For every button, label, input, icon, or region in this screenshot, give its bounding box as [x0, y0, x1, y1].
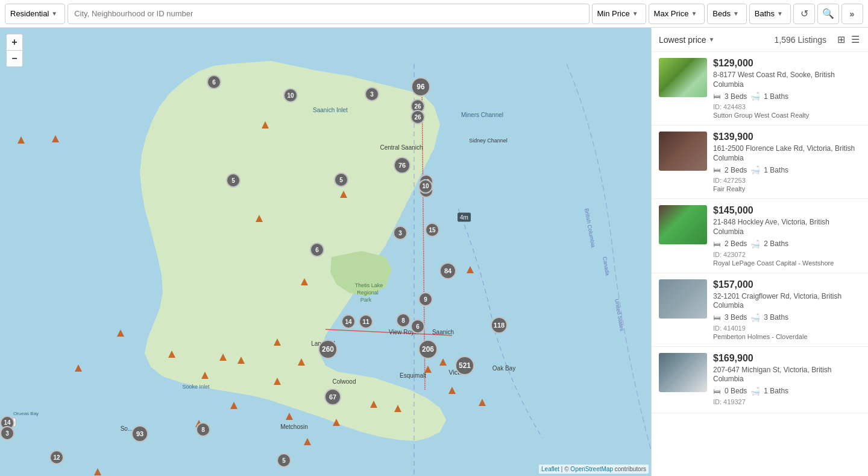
listings-list[interactable]: $129,000 8-8177 West Coast Rd, Sooke, Br…: [652, 52, 868, 476]
sort-dropdown[interactable]: Lowest price ▼: [659, 35, 715, 45]
svg-text:Sidney Channel: Sidney Channel: [469, 138, 508, 144]
listing-agent: Pemberton Holmes - Cloverdale: [713, 333, 861, 340]
cluster-marker-c24[interactable]: 12: [49, 450, 64, 465]
bed-icon: 🛏: [713, 240, 721, 249]
toolbar: Residential ▼ Min Price ▼ Max Price ▼ Be…: [0, 0, 868, 28]
cluster-marker-c22[interactable]: 93: [131, 425, 148, 442]
cluster-marker-c7[interactable]: 76: [394, 157, 410, 174]
listing-id: ID: 424483: [713, 103, 861, 110]
beds-label: Beds: [712, 9, 731, 18]
property-type-dropdown[interactable]: Residential ▼: [5, 4, 65, 24]
cluster-marker-c15[interactable]: 84: [439, 262, 456, 279]
cluster-marker-c12[interactable]: 3: [393, 226, 407, 240]
osm-link[interactable]: OpenStreetMap: [570, 466, 613, 472]
listing-baths: 1 Baths: [764, 166, 788, 174]
listing-card-l4[interactable]: $157,000 32-1201 Craigflower Rd, Victori…: [652, 273, 868, 347]
bath-icon: 🛁: [750, 92, 760, 101]
list-view-button[interactable]: ☰: [850, 33, 861, 46]
cluster-marker-c6[interactable]: 26: [410, 110, 425, 124]
listing-baths: 2 Baths: [764, 240, 788, 248]
listing-address: 8-8177 West Coast Rd, Sooke, British Col…: [713, 71, 861, 89]
listing-agent: Sutton Group West Coast Realty: [713, 112, 861, 119]
svg-text:Miners Channel: Miners Channel: [461, 112, 503, 118]
map-area[interactable]: British Columbia Canada United States Sa…: [0, 28, 651, 476]
max-price-label: Max Price: [654, 9, 689, 18]
listing-card-l3[interactable]: $145,000 21-848 Hockley Ave, Victoria, B…: [652, 199, 868, 273]
listing-address: 32-1201 Craigflower Rd, Victoria, Britis…: [713, 292, 861, 311]
baths-dropdown[interactable]: Baths ▼: [749, 4, 791, 24]
search-button[interactable]: 🔍: [817, 4, 839, 24]
panel-view-buttons: ⊞ ☰: [836, 33, 861, 46]
cluster-marker-c4[interactable]: 96: [411, 77, 430, 97]
listing-address: 161-2500 Florence Lake Rd, Victoria, Bri…: [713, 144, 861, 163]
cluster-marker-c8[interactable]: 5: [226, 173, 241, 188]
refresh-icon: ↺: [800, 8, 808, 19]
cluster-marker-c1[interactable]: 6: [207, 75, 221, 89]
bed-icon: 🛏: [713, 92, 721, 101]
listing-id: ID: 423072: [713, 251, 861, 258]
zoom-out-button[interactable]: −: [7, 51, 22, 66]
bath-icon: 🛁: [750, 165, 760, 174]
cluster-marker-c13[interactable]: 6: [310, 243, 324, 257]
cluster-marker-c21[interactable]: 67: [324, 389, 341, 405]
bed-icon: 🛏: [713, 165, 721, 174]
leaflet-link[interactable]: Leaflet: [541, 466, 559, 472]
listing-card-l5[interactable]: $169,900 207-647 Michigan St, Victoria, …: [652, 347, 868, 413]
cluster-marker-c19[interactable]: 206: [418, 340, 438, 359]
map-svg: British Columbia Canada United States Sa…: [0, 28, 651, 476]
listing-price: $157,000: [713, 279, 861, 290]
svg-text:Regional: Regional: [357, 290, 379, 296]
property-type-label: Residential: [10, 9, 49, 18]
cluster-marker-c3[interactable]: 3: [365, 87, 379, 101]
location-input[interactable]: [68, 4, 589, 24]
listing-meta: 🛏 3 Beds 🛁 1 Baths: [713, 92, 861, 101]
listings-count: 1,596 Listings: [775, 35, 826, 45]
svg-text:Sooke Inlet: Sooke Inlet: [182, 384, 210, 390]
listing-info: $169,900 207-647 Michigan St, Victoria, …: [713, 353, 861, 407]
cluster-marker-c29[interactable]: 3: [0, 426, 14, 440]
cluster-marker-c17[interactable]: 118: [491, 317, 508, 334]
listing-price: $129,000: [713, 58, 861, 69]
listing-agent: Royal LePage Coast Capital - Westshore: [713, 259, 861, 267]
cluster-marker-c30[interactable]: 10: [418, 179, 433, 194]
bath-icon: 🛁: [750, 313, 760, 322]
max-price-chevron: ▼: [691, 10, 697, 17]
listing-card-l1[interactable]: $129,000 8-8177 West Coast Rd, Sooke, Br…: [652, 52, 868, 125]
cluster-marker-c25[interactable]: 5: [277, 453, 291, 468]
map-view-button[interactable]: ⊞: [836, 33, 846, 46]
min-price-label: Min Price: [597, 9, 630, 18]
cluster-marker-c35[interactable]: 14: [341, 314, 356, 329]
refresh-button[interactable]: ↺: [793, 4, 815, 24]
listing-price: $145,000: [713, 205, 861, 216]
search-icon: 🔍: [822, 8, 834, 19]
svg-text:Central Saanich: Central Saanich: [380, 144, 423, 151]
cluster-marker-c18[interactable]: 260: [318, 340, 338, 359]
svg-text:Thetis Lake: Thetis Lake: [355, 282, 383, 288]
beds-dropdown[interactable]: Beds ▼: [707, 4, 747, 24]
cluster-marker-c9[interactable]: 5: [334, 173, 348, 187]
panel-header: Lowest price ▼ 1,596 Listings ⊞ ☰: [652, 28, 868, 52]
cluster-marker-c20[interactable]: 521: [455, 356, 474, 375]
listing-card-l2[interactable]: $139,900 161-2500 Florence Lake Rd, Vict…: [652, 125, 868, 199]
zoom-in-button[interactable]: +: [7, 34, 22, 50]
listing-beds: 2 Beds: [725, 240, 747, 248]
bed-icon: 🛏: [713, 387, 721, 396]
listing-beds: 2 Beds: [725, 166, 747, 174]
cluster-marker-c34[interactable]: 11: [359, 314, 373, 329]
listing-thumbnail: [659, 58, 707, 97]
cluster-marker-c33[interactable]: 6: [410, 319, 425, 334]
bed-icon: 🛏: [713, 313, 721, 322]
cluster-marker-c2[interactable]: 10: [283, 88, 298, 103]
property-type-chevron: ▼: [51, 10, 57, 17]
listing-beds: 3 Beds: [725, 92, 747, 101]
cluster-marker-c31[interactable]: 9: [418, 292, 433, 306]
cluster-marker-c14[interactable]: 15: [425, 223, 439, 237]
max-price-dropdown[interactable]: Max Price ▼: [649, 4, 705, 24]
listing-id: ID: 414019: [713, 325, 861, 332]
cluster-marker-c32[interactable]: 8: [396, 313, 410, 328]
more-button[interactable]: »: [841, 4, 863, 24]
listing-info: $129,000 8-8177 West Coast Rd, Sooke, Br…: [713, 58, 861, 119]
min-price-dropdown[interactable]: Min Price ▼: [592, 4, 646, 24]
listing-info: $139,900 161-2500 Florence Lake Rd, Vict…: [713, 132, 861, 192]
cluster-marker-c23[interactable]: 8: [196, 422, 210, 437]
